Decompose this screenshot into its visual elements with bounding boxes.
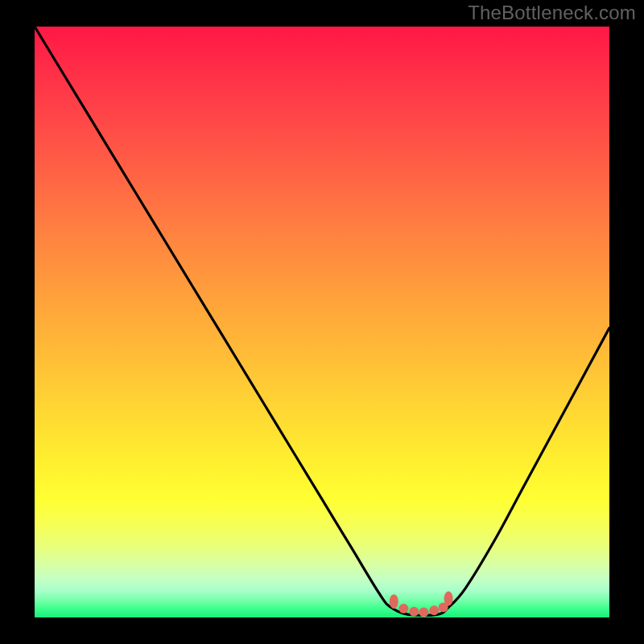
optimal-marker: [398, 604, 408, 613]
optimal-marker: [390, 594, 398, 609]
chart-frame: TheBottleneck.com: [0, 0, 644, 644]
optimal-marker: [444, 592, 453, 606]
bottleneck-curve: [35, 27, 609, 616]
curve-layer: [35, 27, 609, 617]
watermark-text: TheBottleneck.com: [468, 2, 636, 24]
optimal-marker: [409, 607, 419, 617]
plot-area: [35, 27, 609, 617]
optimal-marker: [419, 607, 428, 617]
optimal-marker: [429, 605, 439, 615]
